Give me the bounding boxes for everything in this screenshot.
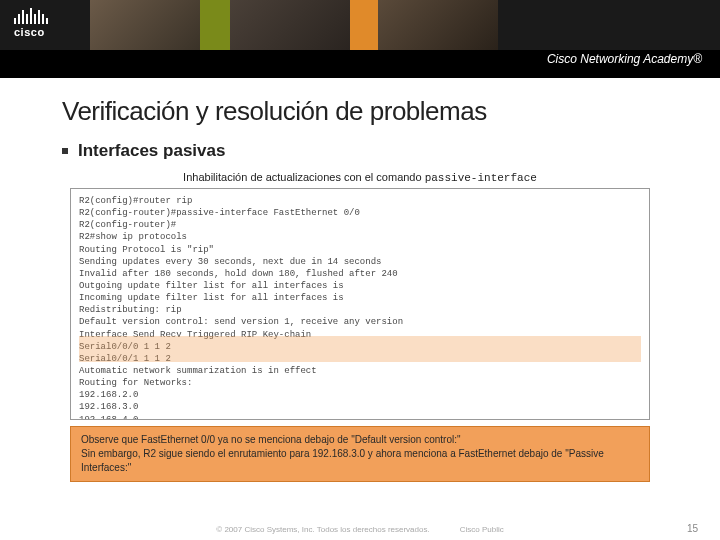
caption-command: passive-interface [425, 172, 537, 184]
footer-tag: Cisco Public [460, 525, 504, 534]
term-line: R2#show ip protocols [79, 231, 641, 243]
term-line: Routing Protocol is "rip" [79, 244, 641, 256]
callout-box: Observe que FastEthernet 0/0 ya no se me… [70, 426, 650, 482]
cisco-wordmark: cisco [14, 26, 48, 38]
bullet-text: Interfaces pasivas [78, 141, 225, 161]
term-line: 192.168.4.0 [79, 414, 641, 420]
term-line: R2(config-router)#passive-interface Fast… [79, 207, 641, 219]
callout-line: Sin embargo, R2 sigue siendo el enrutami… [81, 447, 639, 475]
term-line: Invalid after 180 seconds, hold down 180… [79, 268, 641, 280]
header-image-band [0, 0, 720, 50]
slide-header: cisco Cisco Networking Academy® [0, 0, 720, 78]
term-line: R2(config)#router rip [79, 195, 641, 207]
slide-content: Verificación y resolución de problemas I… [0, 78, 720, 482]
figure-caption: Inhabilitación de actualizaciones con el… [62, 171, 658, 184]
callout-line: Observe que FastEthernet 0/0 ya no se me… [81, 433, 639, 447]
term-line: Redistributing: rip [79, 304, 641, 316]
term-line: Routing for Networks: [79, 377, 641, 389]
term-line: Automatic network summarization is in ef… [79, 365, 641, 377]
caption-prefix: Inhabilitación de actualizaciones con el… [183, 171, 425, 183]
term-line: Sending updates every 30 seconds, next d… [79, 256, 641, 268]
cisco-logo: cisco [14, 6, 48, 38]
term-line: 192.168.3.0 [79, 401, 641, 413]
cisco-bars-icon [14, 6, 48, 24]
bullet-item: Interfaces pasivas [62, 141, 658, 161]
academy-label: Cisco Networking Academy® [547, 52, 702, 66]
slide-footer: © 2007 Cisco Systems, Inc. Todos los der… [0, 525, 720, 534]
terminal-output: R2(config)#router rip R2(config-router)#… [70, 188, 650, 420]
term-line: Serial0/0/1 1 1 2 [79, 353, 641, 365]
bullet-icon [62, 148, 68, 154]
term-line: Incoming update filter list for all inte… [79, 292, 641, 304]
copyright-text: © 2007 Cisco Systems, Inc. Todos los der… [216, 525, 429, 534]
page-number: 15 [687, 523, 698, 534]
term-line: Outgoing update filter list for all inte… [79, 280, 641, 292]
term-line: Serial0/0/0 1 1 2 [79, 341, 641, 353]
term-line: Interface Send Recv Triggered RIP Key-ch… [79, 329, 641, 341]
slide-title: Verificación y resolución de problemas [62, 96, 658, 127]
term-line: R2(config-router)# [79, 219, 641, 231]
term-line: Default version control: send version 1,… [79, 316, 641, 328]
term-line: 192.168.2.0 [79, 389, 641, 401]
